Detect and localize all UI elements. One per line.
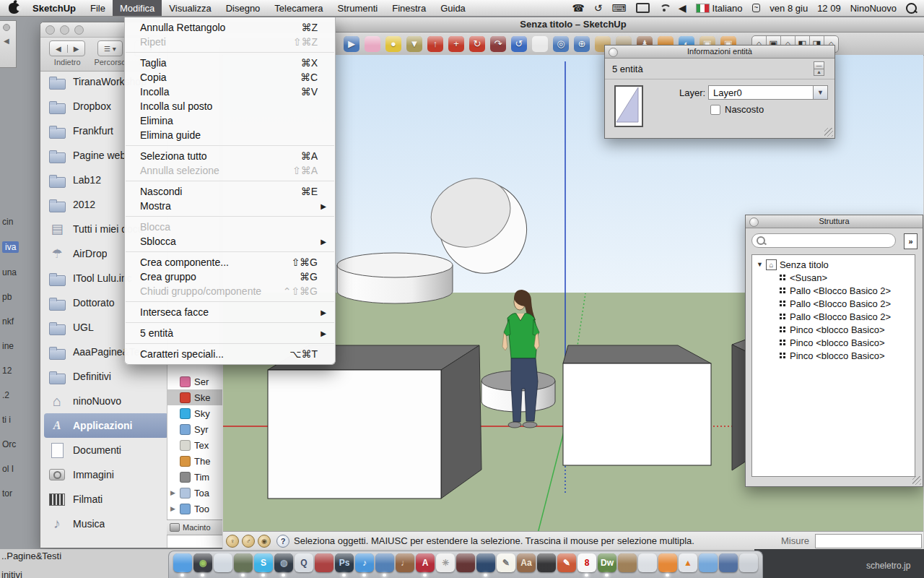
measure-input[interactable] xyxy=(815,534,922,548)
wifi-icon[interactable] xyxy=(659,4,669,12)
collapse-widget[interactable]: — ▲ xyxy=(814,61,824,76)
menubar-item[interactable]: Telecamera xyxy=(267,0,330,16)
menubar-time[interactable]: 12 09 xyxy=(817,3,841,14)
eraser-tool-icon[interactable] xyxy=(365,36,380,52)
textedit-dock-icon[interactable]: ✎ xyxy=(497,553,515,572)
sidebar-item[interactable]: Musica xyxy=(44,512,168,536)
sidebar-item[interactable]: Filmati xyxy=(44,487,168,512)
dashboard-dock-icon[interactable]: ◉ xyxy=(193,553,212,572)
app-list-item[interactable]: Tex xyxy=(167,437,227,453)
minimize-button[interactable] xyxy=(60,25,69,35)
menu-item[interactable] xyxy=(125,298,335,305)
sidebar-item[interactable]: Immagini xyxy=(44,462,168,487)
menu-item[interactable]: Elimina xyxy=(125,113,335,128)
layer-dropdown[interactable]: Layer0 ▼ xyxy=(708,85,828,100)
sage-icon[interactable]: ◉ xyxy=(258,535,271,548)
help-icon[interactable]: ? xyxy=(276,535,289,548)
input-language[interactable]: Italiano xyxy=(696,3,743,14)
trash-dock-icon[interactable] xyxy=(739,553,758,572)
disk-bar[interactable]: Macinto xyxy=(167,519,229,535)
panel-titlebar[interactable]: Struttura xyxy=(746,215,923,228)
menu-item[interactable]: Interseca facce ▶ xyxy=(125,305,335,319)
zoom-extents-tool-icon[interactable]: ⊕ xyxy=(574,36,590,52)
menu-item[interactable]: Annulla Rettangolo ⌘Z xyxy=(125,20,335,35)
globe-dock-icon[interactable] xyxy=(476,553,495,572)
forward-icon[interactable]: ▶ xyxy=(67,45,85,53)
menubar-date[interactable]: ven 8 giu xyxy=(770,3,808,14)
tree-item[interactable]: Pallo <Blocco Basico 2> xyxy=(752,297,915,310)
pen-dock-icon[interactable]: ✎ xyxy=(557,553,576,572)
menubar-item[interactable]: Finestra xyxy=(385,0,433,16)
menu-item[interactable]: Elimina guide xyxy=(125,128,335,142)
sidebar-item[interactable]: Applicazioni xyxy=(44,413,168,438)
pan-tool-icon[interactable] xyxy=(532,36,548,52)
tree-item[interactable]: Pallo <Blocco Basico 2> xyxy=(752,310,915,323)
menu-item[interactable]: Incolla sul posto xyxy=(125,99,335,113)
menu-item[interactable]: Nascondi ⌘E xyxy=(125,184,335,199)
resize-grip[interactable] xyxy=(824,128,833,137)
calendar-dock-icon[interactable]: 8 xyxy=(578,553,596,572)
menubar-item[interactable]: Visualizza xyxy=(162,0,218,16)
menubar-item[interactable]: SketchUp xyxy=(25,0,83,16)
zoom-button[interactable] xyxy=(74,25,84,35)
app-list-item[interactable]: Ser xyxy=(167,374,227,389)
launcher-dock-icon[interactable] xyxy=(315,553,334,572)
sidebar-item[interactable]: Definitivi xyxy=(44,364,168,389)
menu-item[interactable] xyxy=(125,49,335,56)
cameraraw-dock-icon[interactable] xyxy=(456,553,475,572)
timemachine-dock-icon[interactable]: ◍ xyxy=(274,553,293,572)
tree-root[interactable]: ▼ ⌂ Senza titolo xyxy=(752,258,915,271)
menu-item[interactable]: 5 entità ▶ xyxy=(125,326,335,340)
menu-item[interactable]: Chiudi gruppo/componente ⌃⇧⌘G xyxy=(125,284,335,298)
folder-documents-dock-icon[interactable] xyxy=(699,553,718,572)
acrobat-dock-icon[interactable]: A xyxy=(416,553,435,572)
tape-measure-tool-icon[interactable]: ● xyxy=(385,36,401,52)
collapse-icon[interactable]: — xyxy=(814,61,824,69)
sidebar-item[interactable]: ninoNuovo xyxy=(44,389,168,413)
volume-icon[interactable]: ◀ xyxy=(679,0,687,16)
menu-item[interactable] xyxy=(125,319,335,326)
menu-item[interactable]: Ripeti ⇧⌘Z xyxy=(125,35,335,49)
menu-item[interactable]: Caratteri speciali... ⌥⌘T xyxy=(125,347,335,361)
select-tool-icon[interactable]: ▶ xyxy=(344,36,359,52)
chevron-down-icon[interactable]: ▼ xyxy=(813,86,827,99)
menu-item[interactable]: Taglia ⌘X xyxy=(125,56,335,70)
app-list-item[interactable]: Syr xyxy=(167,421,227,437)
push-pull-tool-icon[interactable]: ↑ xyxy=(427,36,443,52)
view-control[interactable]: ☰ ▾ xyxy=(97,40,123,56)
menu-item[interactable]: Copia ⌘C xyxy=(125,70,335,85)
tree-item[interactable]: <Susan> xyxy=(752,271,915,284)
menubar-user[interactable]: NinoNuovo xyxy=(850,3,897,14)
apple-menu-icon[interactable] xyxy=(9,3,19,14)
rotate-tool-icon[interactable]: ↻ xyxy=(469,36,485,52)
skype-dock-icon[interactable]: S xyxy=(254,553,273,572)
dictionary-dock-icon[interactable]: Aa xyxy=(517,553,536,572)
menu-item[interactable] xyxy=(125,213,335,220)
menubar-item[interactable]: Modifica xyxy=(113,0,162,16)
filter-button[interactable]: » xyxy=(904,233,918,249)
app-list-item[interactable]: ▶ Too xyxy=(167,501,227,517)
pages-dock-icon[interactable] xyxy=(537,553,556,572)
app-list-item[interactable]: Ske xyxy=(167,389,227,405)
menubar-item[interactable]: File xyxy=(83,0,113,16)
menu-item[interactable] xyxy=(125,142,335,149)
tree-item[interactable]: Pinco <blocco Basico> xyxy=(752,349,915,362)
menu-item[interactable]: Crea componente... ⇧⌘G xyxy=(125,255,335,269)
back-icon[interactable]: ◀ xyxy=(50,45,67,53)
game-dock-icon[interactable] xyxy=(234,553,253,572)
display-icon[interactable] xyxy=(636,3,650,13)
back-forward-control[interactable]: ◀ ▶ xyxy=(49,40,85,56)
tree-item[interactable]: Pallo <Blocco Basico 2> xyxy=(752,284,915,297)
notebook-dock-icon[interactable] xyxy=(618,553,637,572)
menu-item[interactable]: Crea gruppo ⌘G xyxy=(125,269,335,284)
iphoto-dock-icon[interactable] xyxy=(638,553,657,572)
close-icon[interactable] xyxy=(749,217,759,227)
list-view-icon[interactable]: ☰ ▾ xyxy=(98,45,122,53)
tree-item[interactable]: Pinco <blocco Basico> xyxy=(752,323,915,336)
photos-dock-icon[interactable] xyxy=(214,553,232,572)
menu-item[interactable]: Blocca xyxy=(125,220,335,234)
close-icon[interactable] xyxy=(609,48,618,57)
sage-icon[interactable]: ♂ xyxy=(242,535,255,548)
disclosure-triangle-icon[interactable]: ▼ xyxy=(757,261,763,268)
outliner-search-input[interactable] xyxy=(751,233,896,248)
